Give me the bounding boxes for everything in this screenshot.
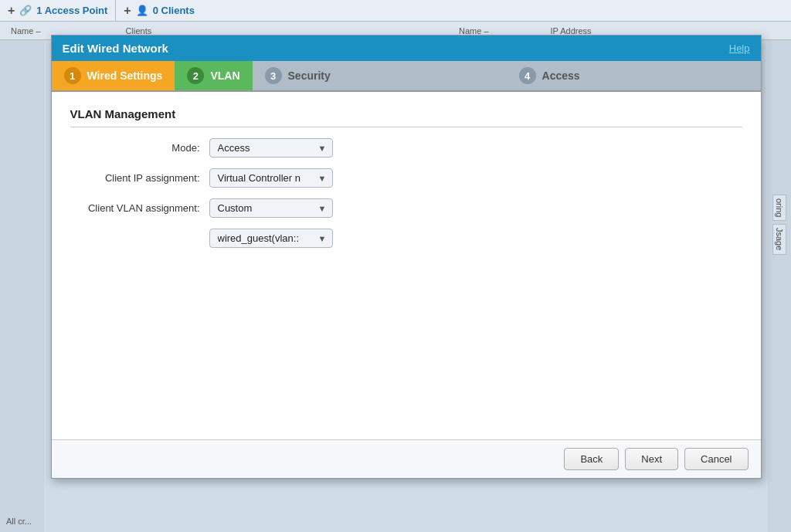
bottom-left-label: All cr... (6, 517, 32, 526)
tab-3-num: 3 (265, 67, 282, 84)
mode-select-container: Access Trunk Hybrid ▼ (209, 138, 333, 158)
vlan-sub-select-container: wired_guest(vlan:: default custom ▼ (209, 229, 333, 248)
left-panel (0, 40, 44, 532)
dialog-body: VLAN Management Mode: Access Trunk Hybri… (52, 92, 761, 439)
tab-4-num: 4 (519, 67, 536, 84)
tab-4-label: Access (542, 69, 580, 82)
tab-vlan[interactable]: 2 VLAN (175, 61, 252, 90)
mode-label: Mode: (70, 142, 209, 154)
vlan-sub-row: wired_guest(vlan:: default custom ▼ (209, 229, 742, 248)
dialog-header: Edit Wired Network Help (52, 36, 761, 61)
tab-2-num: 2 (187, 67, 204, 84)
next-button[interactable]: Next (625, 448, 678, 470)
client-vlan-row: Client VLAN assignment: Custom Default S… (70, 198, 742, 218)
top-bar: + 🔗 1 Access Point + 👤 0 Clients (0, 0, 791, 22)
plus-icon-left[interactable]: + (8, 4, 15, 18)
clients-section: + 👤 0 Clients (116, 4, 202, 18)
client-ip-select[interactable]: Virtual Controller n Network-based Clien… (209, 168, 333, 188)
back-button[interactable]: Back (564, 448, 619, 470)
access-point-label[interactable]: 1 Access Point (36, 5, 107, 16)
edit-wired-network-dialog: Edit Wired Network Help 1 Wired Settings… (51, 35, 762, 479)
access-point-icon: 🔗 (19, 5, 32, 16)
client-vlan-select[interactable]: Custom Default Static (209, 198, 333, 218)
tab-1-label: Wired Settings (87, 69, 163, 82)
tab-wired-settings[interactable]: 1 Wired Settings (52, 61, 175, 90)
modal-container: Edit Wired Network Help 1 Wired Settings… (44, 31, 768, 532)
right-panel-label-1: oring (772, 195, 786, 221)
vlan-sub-select[interactable]: wired_guest(vlan:: default custom (209, 229, 333, 248)
help-link[interactable]: Help (729, 42, 750, 54)
col-header-name-left: Name – (11, 26, 41, 36)
client-vlan-label: Client VLAN assignment: (70, 202, 209, 214)
client-ip-select-container: Virtual Controller n Network-based Clien… (209, 168, 333, 188)
dialog-footer: Back Next Cancel (52, 439, 761, 478)
tab-bar: 1 Wired Settings 2 VLAN 3 Security 4 Acc… (52, 61, 761, 92)
tab-3-label: Security (288, 69, 331, 82)
mode-row: Mode: Access Trunk Hybrid ▼ (70, 138, 742, 158)
plus-icon-right[interactable]: + (124, 4, 131, 18)
tab-1-num: 1 (64, 67, 81, 84)
right-panel: oring Jsage (768, 40, 791, 532)
mode-select[interactable]: Access Trunk Hybrid (209, 138, 333, 158)
client-ip-row: Client IP assignment: Virtual Controller… (70, 168, 742, 188)
clients-label[interactable]: 0 Clients (153, 5, 195, 16)
client-vlan-select-container: Custom Default Static ▼ (209, 198, 333, 218)
cancel-button[interactable]: Cancel (684, 448, 748, 470)
right-panel-label-2: Jsage (772, 224, 786, 254)
access-point-section: + 🔗 1 Access Point (0, 4, 115, 18)
section-title: VLAN Management (70, 107, 742, 127)
tab-access[interactable]: 4 Access (507, 61, 761, 90)
client-ip-label: Client IP assignment: (70, 172, 209, 184)
tab-security[interactable]: 3 Security (253, 61, 507, 90)
tab-2-label: VLAN (210, 69, 239, 82)
clients-icon: 👤 (136, 5, 148, 16)
dialog-title: Edit Wired Network (63, 42, 168, 55)
